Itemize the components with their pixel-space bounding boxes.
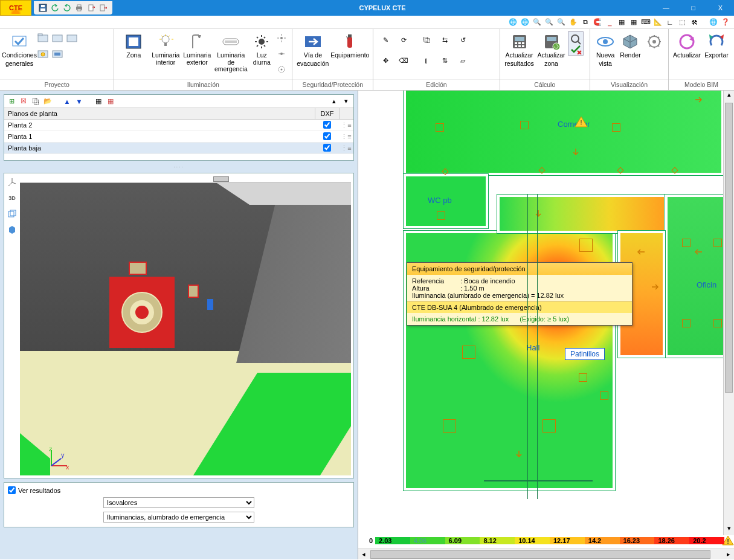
equipamiento-button[interactable]: Equipamiento bbox=[330, 31, 369, 59]
copy-icon[interactable]: ⿻ bbox=[418, 31, 435, 48]
erase-icon[interactable]: ⌫ bbox=[395, 52, 412, 69]
edit-pencil-icon[interactable]: ✎ bbox=[377, 31, 394, 48]
globe-icon[interactable]: 🌐 bbox=[520, 18, 530, 27]
zoom-window-icon[interactable]: 🔍 bbox=[556, 18, 566, 27]
axis-icon[interactable] bbox=[5, 176, 19, 189]
new-plan-icon[interactable]: ⊞ bbox=[7, 97, 16, 106]
zoom-refresh-icon[interactable]: 🔍 bbox=[544, 18, 554, 27]
exportar-bim-button[interactable]: Exportar bbox=[703, 31, 730, 59]
svg-point-25 bbox=[280, 53, 283, 55]
plan-row-planta2[interactable]: Planta 2 ⋮≡ bbox=[4, 120, 353, 131]
plan-dxf-checkbox[interactable] bbox=[323, 144, 331, 152]
luminaria-exterior-button[interactable]: Luminaria exterior bbox=[182, 31, 212, 66]
view3d-canvas[interactable]: zxy bbox=[20, 176, 351, 475]
redo-icon[interactable] bbox=[62, 2, 72, 13]
mirror-v-icon[interactable]: ⇆ bbox=[436, 31, 453, 48]
collapse-down-icon[interactable]: ▾ bbox=[341, 97, 351, 106]
horizontal-splitter[interactable]: ···· bbox=[4, 164, 354, 169]
help-icon[interactable]: ❓ bbox=[721, 18, 730, 27]
select-box-icon[interactable]: ⬚ bbox=[677, 18, 687, 27]
zoom-in-icon[interactable]: 🔍 bbox=[532, 18, 542, 27]
minimize-button[interactable]: — bbox=[652, 0, 680, 16]
svg-rect-7 bbox=[100, 5, 105, 11]
plan-dxf-checkbox[interactable] bbox=[323, 132, 331, 140]
print-icon[interactable] bbox=[74, 2, 85, 13]
plan-dxf-checkbox[interactable] bbox=[323, 121, 331, 129]
snap-endpoint-icon[interactable]: 🧲 bbox=[593, 18, 602, 27]
render-button[interactable]: Render bbox=[618, 31, 642, 59]
copy-plan-icon[interactable]: ⿻ bbox=[31, 97, 40, 106]
luminaria-interior-button[interactable]: Luminaria interior bbox=[150, 31, 181, 66]
close-button[interactable]: X bbox=[707, 0, 734, 16]
layers2-icon[interactable]: ▦ bbox=[106, 97, 115, 106]
svg-rect-4 bbox=[77, 5, 81, 7]
move-up-icon[interactable]: ▲ bbox=[62, 97, 72, 106]
refresh-icon[interactable]: ⟳ bbox=[395, 31, 412, 48]
maximize-button[interactable]: □ bbox=[680, 0, 707, 16]
save-icon[interactable] bbox=[37, 2, 48, 13]
undo-icon[interactable] bbox=[50, 2, 60, 13]
help-globe-icon[interactable]: 🌐 bbox=[709, 18, 718, 27]
luminaria-emergencia-button[interactable]: Luminaria de emergencia bbox=[213, 31, 248, 73]
keyboard-icon[interactable]: ⌨ bbox=[641, 18, 651, 27]
svg-rect-1 bbox=[40, 8, 45, 11]
svg-point-52 bbox=[135, 306, 149, 319]
results-mode-select[interactable]: Isovalores bbox=[103, 497, 254, 508]
tools-icon[interactable]: 🛠 bbox=[689, 18, 699, 27]
search-check-icon[interactable] bbox=[568, 31, 584, 56]
folder-panel-icon[interactable] bbox=[51, 47, 64, 60]
folder3-icon[interactable] bbox=[65, 31, 79, 45]
layers-icon[interactable]: ▦ bbox=[94, 97, 103, 106]
plan-row-plantabaja[interactable]: Planta baja ⋮≡ bbox=[4, 143, 353, 154]
actualizar-resultados-button[interactable]: Actualizarresultados bbox=[504, 31, 535, 67]
skew-icon[interactable]: ▱ bbox=[454, 52, 471, 69]
plan-row-planta1[interactable]: Planta 1 ⋮≡ bbox=[4, 131, 353, 143]
ver-resultados-checkbox[interactable]: Ver resultados bbox=[7, 485, 351, 495]
plan-settings-icon[interactable]: ⋮≡ bbox=[339, 133, 353, 141]
plan-settings-icon[interactable]: ⋮≡ bbox=[339, 144, 353, 152]
rotate-left-icon[interactable]: ↺ bbox=[454, 31, 471, 48]
exit-icon[interactable] bbox=[98, 2, 109, 13]
light-range-icon[interactable] bbox=[275, 47, 288, 60]
results-panel: Ver resultados Isovalores Iluminancias, … bbox=[4, 482, 354, 527]
svg-text:z: z bbox=[49, 446, 53, 452]
view-3d-icon[interactable]: 3D bbox=[5, 191, 19, 205]
move-down-icon[interactable]: ▼ bbox=[74, 97, 84, 106]
pan-icon[interactable]: ✋ bbox=[568, 18, 578, 27]
plan-vertical-scrollbar[interactable]: ▴ ▾ bbox=[723, 91, 734, 535]
export-doc-icon[interactable] bbox=[86, 2, 97, 13]
luz-diurna-button[interactable]: Luz diurna bbox=[249, 31, 274, 66]
measure-icon[interactable]: 📐 bbox=[653, 18, 663, 27]
via-evacuacion-button[interactable]: Vía deevacuación bbox=[296, 31, 329, 67]
delete-plan-icon[interactable]: ☒ bbox=[19, 97, 28, 106]
folder1-icon[interactable] bbox=[36, 31, 50, 45]
general-conditions-button[interactable]: Condicionesgenerales bbox=[4, 31, 35, 67]
light-circle-icon[interactable] bbox=[275, 63, 288, 76]
folder-bulb-icon[interactable] bbox=[36, 47, 50, 60]
results-type-select[interactable]: Iluminancias, alumbrado de emergencia bbox=[103, 512, 254, 523]
globe-home-icon[interactable]: 🌐 bbox=[508, 18, 518, 27]
open-plan-icon[interactable]: 📂 bbox=[43, 97, 53, 106]
snap-mid-icon[interactable]: ⎯ bbox=[605, 18, 614, 27]
folder2-icon[interactable] bbox=[51, 31, 64, 45]
angle-icon[interactable]: ∟ bbox=[665, 18, 675, 27]
grid-icon[interactable]: ▦ bbox=[617, 18, 626, 27]
align-h-icon[interactable]: ⫿ bbox=[418, 52, 435, 69]
actualizar-bim-button[interactable]: Actualizar bbox=[672, 31, 701, 59]
plan-settings-icon[interactable]: ⋮≡ bbox=[339, 121, 353, 129]
actualizar-zona-button[interactable]: Actualizarzona bbox=[536, 31, 567, 67]
plan-view[interactable]: Comedor ! WC pb Hall Oficin Patinillos bbox=[358, 91, 734, 559]
distribute-icon[interactable]: ⇅ bbox=[436, 52, 453, 69]
grid-settings-icon[interactable]: ▦ bbox=[629, 18, 639, 27]
move-cross-icon[interactable]: ✥ bbox=[377, 52, 394, 69]
svg-rect-29 bbox=[347, 37, 352, 48]
nueva-vista-button[interactable]: Nuevavista bbox=[594, 31, 617, 67]
view-settings-button[interactable] bbox=[644, 31, 665, 51]
wire-cube-icon[interactable] bbox=[5, 207, 19, 220]
light-point-icon[interactable] bbox=[275, 31, 288, 45]
collapse-up-icon[interactable]: ▴ bbox=[329, 97, 339, 106]
zona-button[interactable]: Zona bbox=[118, 31, 149, 59]
solid-cube-icon[interactable] bbox=[5, 223, 19, 236]
plan-horizontal-scrollbar[interactable]: ◂ ▸ bbox=[358, 549, 734, 559]
select-window-icon[interactable]: ⧉ bbox=[581, 18, 590, 27]
